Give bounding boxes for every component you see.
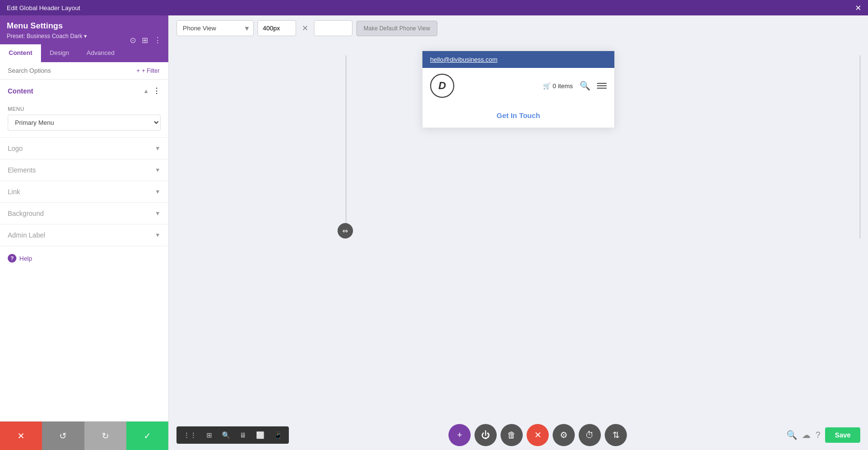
phone-preview: hello@divibusiness.com D 🛒 0 items 🔍 [422,51,615,128]
toolbar-search-icon[interactable]: 🔍 [218,428,234,442]
section-content-header[interactable]: Content ▲ ⋮ [0,79,168,102]
section-link-title: Link [8,188,20,196]
right-cloud-icon[interactable]: ☁ [802,430,811,440]
section-link: Link ▼ [0,181,168,203]
bottom-toolbar-left: ⋮⋮ ⊞ 🔍 🖥 ⬜ 📱 [176,426,289,444]
app-layout: Menu Settings Preset: Business Coach Dar… [0,15,868,450]
filter-plus-icon: + [136,67,140,74]
close-px-button[interactable]: ✕ [300,24,310,33]
redo-icon: ↻ [102,431,109,441]
menu-select[interactable]: Primary Menu [8,115,161,131]
drag-handle[interactable]: ⇔ [338,223,353,238]
menu-field-group: Menu Primary Menu [0,102,168,137]
toolbar-tablet-icon[interactable]: ⬜ [252,428,268,442]
section-logo-title: Logo [8,145,23,152]
section-background-header[interactable]: Background ▼ [0,203,168,224]
chevron-down-icon-link: ▼ [155,188,161,195]
add-circle-button[interactable]: + [448,424,471,446]
bottom-toolbar-right: 🔍 ☁ ? Save [787,427,860,443]
spacer-input[interactable] [314,20,353,36]
toolbar-list-icon[interactable]: ⋮⋮ [179,428,201,442]
left-panel: Menu Settings Preset: Business Coach Dar… [0,15,169,450]
menu-line-2 [597,85,607,86]
right-search-icon[interactable]: 🔍 [787,430,797,440]
power-circle-button[interactable]: ⏻ [475,424,497,446]
toolbar-phone-icon[interactable]: 📱 [270,428,286,442]
preview-nav-right: 🛒 0 items 🔍 [543,80,607,91]
tab-design[interactable]: Design [41,44,78,62]
close-button[interactable]: ✕ [855,3,861,13]
bottom-toolbar-center: + ⏻ 🗑 ✕ ⚙ ⏱ ⇅ [448,424,627,446]
guide-line-left [346,55,346,238]
settings-circle-button[interactable]: ⚙ [553,424,575,446]
section-elements-title: Elements [8,166,36,174]
section-admin-label-header[interactable]: Admin Label ▼ [0,225,168,246]
undo-button[interactable]: ↺ [42,422,84,450]
tab-content[interactable]: Content [0,44,41,62]
chevron-down-icon-elements: ▼ [155,167,161,173]
preview-logo: D [430,74,454,98]
confirm-icon: ✓ [144,431,151,441]
confirm-button[interactable]: ✓ [126,422,168,450]
canvas-area: Phone View Desktop View Tablet View ▾ ✕ … [169,15,868,450]
panel-icon-more[interactable]: ⋮ [154,36,162,45]
px-input[interactable] [258,20,296,36]
help-section[interactable]: ? Help [0,246,168,270]
cancel-button[interactable]: ✕ [0,422,42,450]
chevron-down-icon-admin: ▼ [155,232,161,238]
panel-icon-grid[interactable]: ⊞ [142,36,148,45]
undo-icon: ↺ [59,431,67,441]
section-logo-header[interactable]: Logo ▼ [0,138,168,159]
section-content-icons: ▲ ⋮ [143,86,161,95]
guide-line-right [860,55,860,238]
section-elements: Elements ▼ [0,159,168,181]
save-button[interactable]: Save [825,427,860,443]
section-admin-label: Admin Label ▼ [0,225,168,246]
panel-icon-target[interactable]: ⊙ [130,36,136,45]
clock-circle-button[interactable]: ⏱ [579,424,601,446]
chevron-up-icon: ▲ [143,88,149,94]
tab-advanced[interactable]: Advanced [78,44,123,62]
help-label: Help [19,255,32,262]
delete-circle-button[interactable]: 🗑 [501,424,523,446]
redo-button[interactable]: ↻ [84,422,126,450]
help-icon: ? [8,254,16,263]
section-background: Background ▼ [0,203,168,225]
section-link-header[interactable]: Link ▼ [0,181,168,202]
menu-line-3 [597,88,607,89]
toolbar-grid-icon[interactable]: ⊞ [203,428,216,442]
search-input[interactable] [5,62,133,79]
bottom-action-bar: ✕ ↺ ↻ ✓ [0,421,168,450]
make-default-phone-view-button[interactable]: Make Default Phone View [356,21,437,36]
preview-cta-link[interactable]: Get In Touch [497,111,541,119]
section-logo: Logo ▼ [0,138,168,159]
close-circle-button[interactable]: ✕ [527,424,549,446]
canvas-toolbar: Phone View Desktop View Tablet View ▾ ✕ … [169,15,868,41]
preview-nav: D 🛒 0 items 🔍 [422,68,614,104]
section-more-icon[interactable]: ⋮ [153,86,161,95]
view-select-wrap: Phone View Desktop View Tablet View ▾ [176,20,254,36]
section-background-title: Background [8,210,44,217]
section-content: Content ▲ ⋮ Menu Primary Menu [0,79,168,138]
panel-content: Content ▲ ⋮ Menu Primary Menu Logo [0,79,168,421]
section-content-title: Content [8,87,33,95]
cart-icon: 🛒 [543,82,551,90]
chevron-down-icon-background: ▼ [155,210,161,217]
title-bar-text: Edit Global Header Layout [7,4,80,12]
toolbar-desktop-icon[interactable]: 🖥 [236,428,250,442]
cart-icon-wrap: 🛒 0 items [543,82,573,90]
filter-button[interactable]: + + Filter [133,65,163,77]
panel-tabs: Content Design Advanced [0,44,168,62]
search-icon[interactable]: 🔍 [580,80,590,91]
preview-cta: Get In Touch [422,104,614,128]
menu-line-1 [597,83,607,84]
right-help-icon[interactable]: ? [815,430,820,440]
panel-icon-group: ⊙ ⊞ ⋮ [130,36,162,45]
view-select[interactable]: Phone View Desktop View Tablet View [176,20,254,36]
section-elements-header[interactable]: Elements ▼ [0,159,168,181]
hamburger-menu-icon[interactable] [597,83,607,89]
preview-email-link[interactable]: hello@divibusiness.com [430,56,498,63]
cancel-icon: ✕ [17,431,25,441]
panel-title: Menu Settings [7,21,162,31]
transfer-circle-button[interactable]: ⇅ [605,424,627,446]
